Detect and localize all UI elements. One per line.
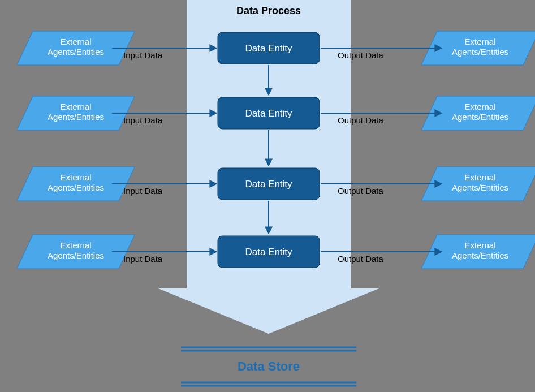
diagram-canvas: Data Process ExternalAgents/EntitiesExte… [0,0,535,392]
data-entity-label: Data Entity [245,43,292,54]
data-entity-label: Data Entity [245,179,292,189]
output-label: Output Data [338,186,384,196]
diagram-svg: Data Process ExternalAgents/EntitiesExte… [0,0,535,392]
output-label: Output Data [338,254,384,264]
input-label: Input Data [123,115,163,125]
input-label: Input Data [123,254,163,264]
data-store-label: Data Store [238,359,300,373]
output-label: Output Data [338,115,384,125]
input-label: Input Data [123,186,163,196]
data-store: Data Store [181,347,356,386]
output-label: Output Data [338,50,384,60]
input-label: Input Data [123,50,163,60]
process-title: Data Process [236,5,301,16]
data-entity-label: Data Entity [245,108,292,119]
data-entity-label: Data Entity [245,247,292,257]
